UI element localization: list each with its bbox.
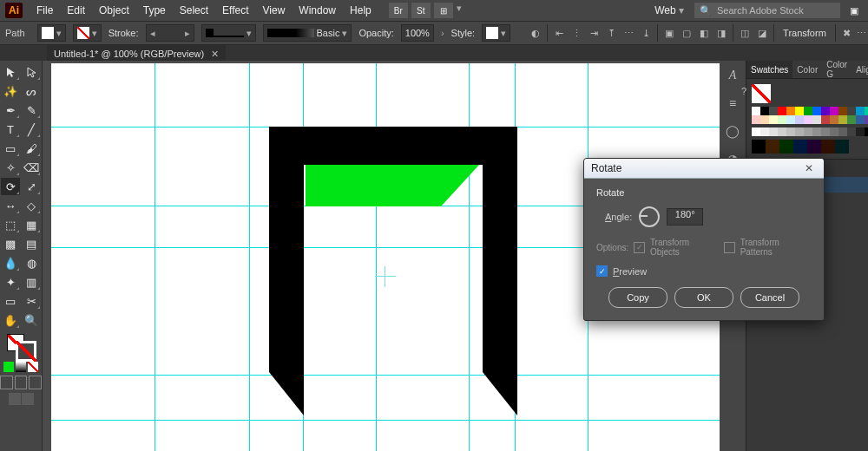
swatch[interactable] — [865, 127, 868, 136]
tab-swatches[interactable]: Swatches — [746, 61, 792, 78]
swatch[interactable] — [804, 107, 812, 115]
artboard-tool[interactable]: ▭ — [1, 292, 20, 310]
rotation-center-icon[interactable] — [375, 266, 396, 287]
shape-minus-icon[interactable]: ▢ — [679, 25, 694, 41]
left-leg-triangle[interactable] — [269, 372, 304, 415]
ok-button[interactable]: OK — [674, 287, 733, 308]
guide-vertical[interactable] — [469, 63, 470, 451]
menu-object[interactable]: Object — [92, 4, 136, 16]
mesh-tool[interactable]: ▩ — [1, 235, 20, 252]
shape-builder-tool[interactable]: ⬚ — [1, 216, 20, 233]
swatch[interactable] — [752, 140, 766, 154]
menu-window[interactable]: Window — [292, 4, 343, 16]
shape-unite-icon[interactable]: ▣ — [661, 25, 677, 41]
stock-icon[interactable]: St — [411, 3, 431, 18]
swatch[interactable] — [804, 115, 812, 124]
angle-input[interactable]: 180° — [667, 208, 703, 226]
selection-tool[interactable] — [1, 63, 20, 81]
rectangle-tool[interactable]: ▭ — [1, 140, 20, 157]
close-icon[interactable]: ✕ — [801, 161, 817, 175]
isolate-icon[interactable]: ◫ — [737, 25, 753, 41]
swatch[interactable] — [760, 115, 769, 124]
swatch[interactable] — [778, 107, 786, 115]
swatch[interactable] — [821, 115, 830, 124]
dialog-titlebar[interactable]: Rotate ✕ — [584, 159, 824, 179]
swatch[interactable] — [752, 107, 760, 115]
preview-checkbox[interactable]: ✓ — [596, 265, 608, 277]
blend-tool[interactable]: ◍ — [22, 254, 41, 271]
opacity-panel-icon[interactable]: ◯ — [723, 121, 742, 141]
menu-file[interactable]: File — [30, 4, 60, 16]
pin-x-icon[interactable]: ✖ — [839, 25, 855, 41]
swatch[interactable] — [769, 127, 778, 136]
swatch[interactable] — [812, 115, 821, 124]
eyedropper-tool[interactable]: 💧 — [1, 254, 20, 271]
swatch[interactable] — [821, 140, 835, 154]
fill-swatch[interactable]: ▾ — [37, 24, 66, 42]
right-bar-shape[interactable] — [483, 127, 517, 372]
swatch[interactable] — [847, 107, 856, 115]
guide-vertical[interactable] — [155, 63, 155, 451]
stroke-indicator[interactable] — [16, 341, 36, 362]
paintbrush-tool[interactable]: 🖌 — [22, 140, 41, 157]
draw-behind-icon[interactable] — [15, 376, 28, 389]
shape-intersect-icon[interactable]: ◧ — [696, 25, 712, 41]
swatch[interactable] — [786, 115, 795, 124]
bridge-icon[interactable]: Br — [389, 3, 408, 18]
zoom-tool[interactable]: 🔍 — [22, 311, 41, 329]
guide-horizontal[interactable] — [51, 375, 720, 376]
swatch[interactable] — [769, 115, 778, 124]
swatch[interactable] — [807, 140, 821, 154]
angle-dial[interactable] — [639, 206, 660, 227]
swatch[interactable] — [856, 127, 865, 136]
swatch[interactable] — [786, 127, 795, 136]
color-mode-none[interactable] — [28, 362, 38, 372]
swatch[interactable] — [838, 107, 847, 115]
swatch[interactable] — [766, 140, 779, 154]
arrange-windows-icon[interactable]: ▣ — [845, 3, 863, 18]
menu-view[interactable]: View — [256, 4, 293, 16]
graph-tool[interactable]: ▥ — [22, 273, 41, 291]
swatch[interactable] — [847, 127, 856, 136]
swatch[interactable] — [838, 115, 847, 124]
transform-panel-button[interactable]: Transform — [778, 28, 832, 38]
shaper-tool[interactable]: ✧ — [1, 159, 20, 176]
draw-normal-icon[interactable] — [0, 376, 13, 389]
hand-tool[interactable]: ✋ — [1, 311, 20, 329]
top-bar-shape[interactable] — [269, 127, 517, 165]
stroke-panel-icon[interactable]: ≡ — [723, 94, 742, 113]
swatch[interactable] — [847, 115, 856, 124]
swatch[interactable] — [830, 115, 838, 124]
swatch[interactable] — [795, 127, 804, 136]
menu-select[interactable]: Select — [173, 4, 215, 16]
align-right-icon[interactable]: ⇥ — [586, 25, 602, 41]
align-vcenter-icon[interactable]: ⋯ — [621, 25, 636, 41]
curvature-tool[interactable]: ✎ — [22, 101, 41, 119]
swatch[interactable] — [786, 107, 795, 115]
screen-mode-toggle[interactable] — [0, 393, 42, 405]
graphic-style[interactable]: ▾ — [482, 24, 510, 42]
swatch[interactable] — [752, 127, 760, 136]
swatch[interactable] — [793, 140, 807, 154]
char-panel-icon[interactable]: A — [723, 66, 742, 85]
stroke-swatch[interactable]: ▾ — [73, 24, 102, 42]
swatch[interactable] — [821, 127, 830, 136]
var-width-profile[interactable]: ▾ — [201, 24, 256, 42]
line-tool[interactable]: ╱ — [22, 121, 41, 138]
right-leg-triangle[interactable] — [483, 372, 517, 415]
swatch[interactable] — [760, 127, 769, 136]
guide-vertical[interactable] — [376, 63, 377, 451]
swatch[interactable] — [812, 127, 821, 136]
rotate-tool[interactable]: ⟳ — [1, 178, 20, 195]
swatch[interactable] — [795, 115, 804, 124]
gradient-tool[interactable]: ▤ — [22, 235, 41, 252]
pen-tool[interactable]: ✒ — [1, 101, 20, 119]
swatch[interactable] — [835, 140, 849, 154]
stroke-weight-input[interactable]: ◂▸ — [146, 24, 194, 42]
swatch[interactable] — [812, 107, 821, 115]
swatch[interactable] — [838, 127, 847, 136]
tab-color-guide[interactable]: Color G — [822, 61, 852, 78]
guide-horizontal[interactable] — [51, 420, 720, 421]
slice-tool[interactable]: ✂ — [22, 292, 41, 310]
cancel-button[interactable]: Cancel — [740, 287, 799, 308]
